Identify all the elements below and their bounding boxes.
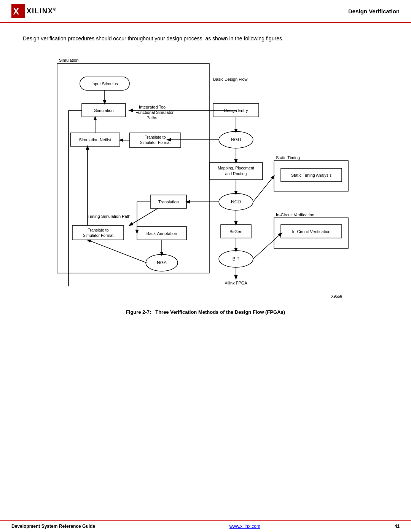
page-footer: Development System Reference Guide www.x… (0, 520, 411, 532)
footer-page-number: 41 (395, 524, 400, 529)
main-content: Design verification procedures should oc… (0, 23, 411, 330)
figure-caption: Figure 2-7: Three Verification Methods o… (23, 309, 388, 315)
intro-paragraph: Design verification procedures should oc… (23, 34, 350, 43)
svg-text:Integrated Tool: Integrated Tool (139, 105, 167, 109)
svg-text:Static Timing: Static Timing (276, 155, 300, 160)
svg-text:X9556: X9556 (331, 294, 342, 299)
diagram-wrapper: Simulation Basic Design Flow Static Timi… (23, 54, 388, 305)
svg-text:Translate to: Translate to (88, 228, 108, 232)
figure-label: Figure 2-7: (126, 309, 151, 315)
svg-text:Design Entry: Design Entry (224, 108, 248, 113)
svg-line-48 (253, 233, 282, 259)
footer-guide-title: Development System Reference Guide (11, 524, 95, 529)
svg-text:Simulation: Simulation (59, 58, 78, 62)
footer-website[interactable]: www.xilinx.com (229, 524, 260, 529)
xilinx-logo-icon: X (11, 4, 25, 18)
svg-rect-2 (57, 64, 209, 273)
flow-diagram: Simulation Basic Design Flow Static Timi… (49, 54, 362, 305)
svg-text:BitGen: BitGen (229, 229, 242, 234)
svg-text:Simulator Format: Simulator Format (83, 233, 114, 238)
page-title: Design Verification (348, 8, 400, 14)
svg-text:Mapping, Placement: Mapping, Placement (218, 166, 254, 170)
svg-text:Input Stimulus: Input Stimulus (91, 81, 118, 86)
svg-text:Functional Simulator: Functional Simulator (135, 110, 174, 115)
figure-title: Three Verification Methods of the Design… (155, 309, 285, 315)
svg-text:Paths: Paths (147, 115, 158, 120)
svg-text:Xilinx FPGA: Xilinx FPGA (225, 281, 247, 285)
svg-text:In-Circuit Verification: In-Circuit Verification (276, 212, 314, 217)
logo: X XILINX® (11, 4, 57, 18)
svg-text:Simulator Format: Simulator Format (140, 140, 171, 145)
svg-text:Simulation Netlist: Simulation Netlist (79, 137, 112, 142)
svg-text:BIT: BIT (233, 256, 240, 262)
svg-line-58 (129, 208, 158, 225)
svg-text:Static Timing Analysis: Static Timing Analysis (291, 173, 332, 177)
svg-text:Basic Design Flow: Basic Design Flow (213, 77, 248, 81)
svg-text:Translation: Translation (158, 200, 179, 204)
svg-text:In-Circuit Verification: In-Circuit Verification (292, 229, 331, 234)
svg-text:Timing Simulation Path: Timing Simulation Path (88, 214, 131, 219)
svg-text:Translate to: Translate to (145, 135, 166, 139)
page-header: X XILINX® Design Verification (0, 0, 411, 23)
svg-text:NCD: NCD (231, 199, 241, 204)
svg-text:Back-Annotation: Back-Annotation (147, 231, 177, 236)
logo-text: XILINX® (27, 7, 57, 15)
svg-text:NGD: NGD (231, 137, 241, 142)
svg-text:and Routing: and Routing (225, 171, 247, 176)
diagram-area: Simulation Basic Design Flow Static Timi… (49, 54, 362, 305)
svg-text:X: X (13, 6, 19, 16)
svg-text:NGA: NGA (157, 260, 167, 265)
svg-line-67 (88, 240, 147, 263)
svg-text:Simulation: Simulation (94, 108, 113, 113)
